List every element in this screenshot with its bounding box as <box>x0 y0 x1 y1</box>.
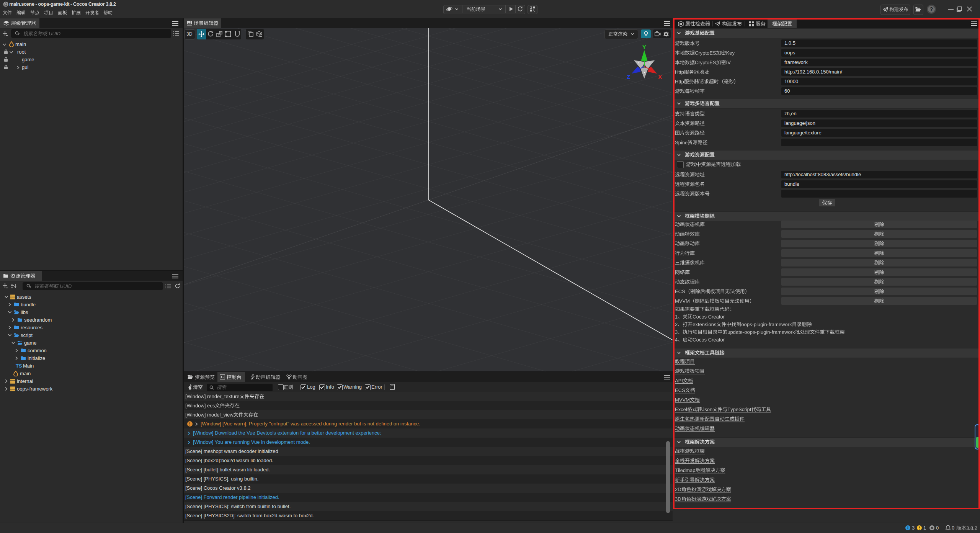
svg-text:X: X <box>658 74 662 80</box>
svg-text:?: ? <box>930 6 933 12</box>
svg-text:Z: Z <box>627 74 630 80</box>
svg-text:Y: Y <box>642 45 646 50</box>
